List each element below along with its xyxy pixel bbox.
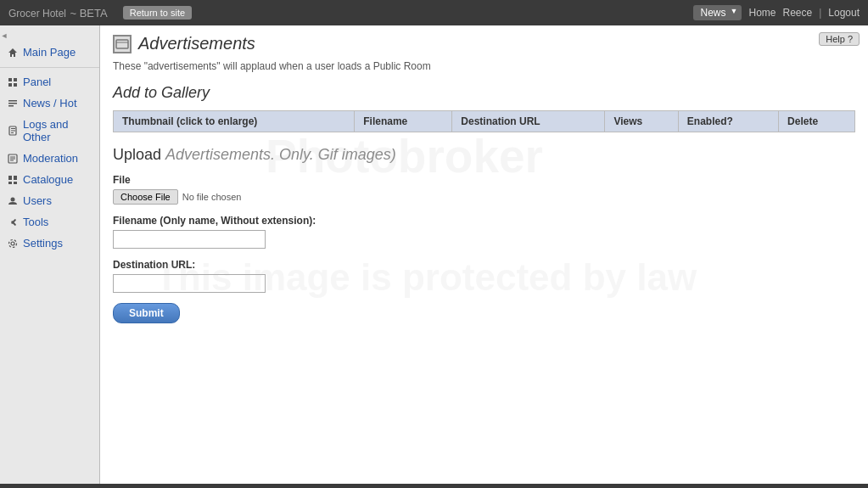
home-icon: [7, 47, 19, 59]
page-heading: Advertisements: [113, 34, 855, 53]
tools-icon: [7, 216, 19, 228]
filename-input-group: Filename (Only name, Without extension):: [113, 215, 855, 249]
svg-rect-18: [8, 182, 12, 184]
submit-button[interactable]: Submit: [113, 303, 180, 323]
sidebar-label-moderation: Moderation: [23, 152, 78, 165]
filename-input[interactable]: [113, 230, 266, 249]
sidebar-item-users[interactable]: Users: [0, 190, 99, 211]
dest-url-label: Destination URL:: [113, 259, 855, 271]
site-title: Grocer Hotel ~ BETA: [8, 5, 108, 20]
svg-point-23: [11, 242, 14, 245]
svg-rect-19: [14, 182, 17, 184]
col-filename: Filename: [355, 111, 452, 132]
footer: Thanks for use my dashboard | Educk Pane…: [0, 484, 868, 488]
file-label: File: [113, 174, 855, 186]
svg-point-24: [9, 239, 17, 247]
upload-section: Photobroker This image is protected by l…: [113, 146, 855, 323]
svg-rect-5: [8, 100, 17, 102]
choose-file-button[interactable]: Choose File: [113, 189, 178, 205]
col-views: Views: [605, 111, 678, 132]
advertisements-table: Thumbnail (click to enlarge) Filename De…: [113, 110, 855, 132]
file-input-wrap: Choose File No file chosen: [113, 189, 855, 205]
svg-rect-1: [8, 78, 12, 81]
svg-point-20: [11, 197, 15, 201]
sidebar-label-main-page: Main Page: [23, 46, 76, 59]
sidebar-label-settings: Settings: [23, 237, 63, 250]
panel-icon: [7, 76, 19, 88]
title-text: Grocer Hotel: [8, 8, 66, 20]
logout-link[interactable]: Logout: [828, 7, 860, 19]
news-dropdown-wrap[interactable]: News: [693, 5, 742, 20]
file-input-group: File Choose File No file chosen: [113, 174, 855, 205]
dest-url-input[interactable]: [113, 274, 266, 293]
sidebar-label-logs-other: Logs and Other: [23, 118, 92, 143]
upload-heading-prefix: Upload: [113, 146, 165, 163]
sidebar-collapse-arrow[interactable]: ◄: [0, 30, 8, 42]
svg-rect-9: [11, 128, 15, 129]
beta-label: ~ BETA: [70, 7, 107, 20]
sidebar-divider-1: [0, 63, 99, 68]
user-link[interactable]: Reece: [782, 7, 812, 19]
svg-rect-16: [8, 176, 12, 180]
catalogue-icon: [7, 174, 19, 186]
sidebar-label-news-hot: News / Hot: [23, 97, 77, 109]
col-thumbnail: Thumbnail (click to enlarge): [114, 111, 355, 132]
logs-icon: [7, 125, 19, 137]
sidebar: ◄ Main Page Panel News / Hot Logs and O: [0, 25, 100, 484]
col-delete: Delete: [779, 111, 855, 132]
col-enabled: Enabled?: [678, 111, 778, 132]
home-link[interactable]: Home: [748, 7, 776, 19]
sidebar-label-catalogue: Catalogue: [23, 173, 73, 186]
return-to-site-button[interactable]: Return to site: [123, 6, 192, 20]
sidebar-label-panel: Panel: [23, 76, 51, 88]
upload-heading-italic: Advertisements. Only. Gif images): [165, 146, 396, 163]
sidebar-label-users: Users: [23, 194, 52, 207]
sidebar-item-tools[interactable]: Tools: [0, 211, 99, 233]
svg-rect-7: [8, 105, 14, 107]
dest-url-input-group: Destination URL:: [113, 259, 855, 293]
sidebar-item-catalogue[interactable]: Catalogue: [0, 169, 99, 190]
svg-rect-6: [8, 103, 17, 104]
moderation-icon: [7, 153, 19, 165]
add-gallery-heading: Add to Gallery: [113, 84, 855, 102]
svg-marker-0: [8, 48, 17, 57]
svg-rect-11: [11, 132, 14, 133]
sidebar-item-panel[interactable]: Panel: [0, 71, 99, 93]
sidebar-item-main-page[interactable]: Main Page: [0, 42, 99, 63]
sidebar-item-settings[interactable]: Settings: [0, 233, 99, 254]
file-name-display: No file chosen: [182, 192, 242, 202]
page-description: These "advertisements" will applaud when…: [113, 60, 855, 72]
svg-rect-2: [14, 78, 17, 81]
sidebar-item-moderation[interactable]: Moderation: [0, 148, 99, 169]
layout: ◄ Main Page Panel News / Hot Logs and O: [0, 25, 868, 484]
table-header-row: Thumbnail (click to enlarge) Filename De…: [114, 111, 855, 132]
filename-label: Filename (Only name, Without extension):: [113, 215, 855, 227]
page-icon: [113, 35, 132, 53]
svg-rect-10: [11, 131, 15, 132]
svg-rect-3: [8, 83, 12, 87]
sidebar-label-tools: Tools: [23, 216, 48, 228]
svg-rect-17: [14, 176, 17, 180]
sidebar-item-news-hot[interactable]: News / Hot: [0, 93, 99, 114]
col-dest-url: Destination URL: [452, 111, 605, 132]
main-content: Help ? Advertisements These "advertiseme…: [100, 25, 868, 484]
users-icon: [7, 195, 19, 207]
news-dropdown[interactable]: News: [693, 5, 742, 20]
settings-icon: [7, 238, 19, 250]
svg-rect-4: [14, 83, 17, 87]
help-button[interactable]: Help ?: [819, 32, 860, 46]
svg-rect-25: [116, 40, 128, 48]
nav-separator: |: [819, 7, 821, 19]
upload-heading: Upload Advertisements. Only. Gif images): [113, 146, 855, 164]
header: Grocer Hotel ~ BETA Return to site News …: [0, 0, 868, 25]
submit-group: Submit: [113, 303, 855, 323]
news-icon: [7, 98, 19, 109]
page-title: Advertisements: [138, 34, 255, 53]
sidebar-item-logs-other[interactable]: Logs and Other: [0, 114, 99, 148]
header-nav: News Home Reece | Logout: [693, 5, 860, 20]
